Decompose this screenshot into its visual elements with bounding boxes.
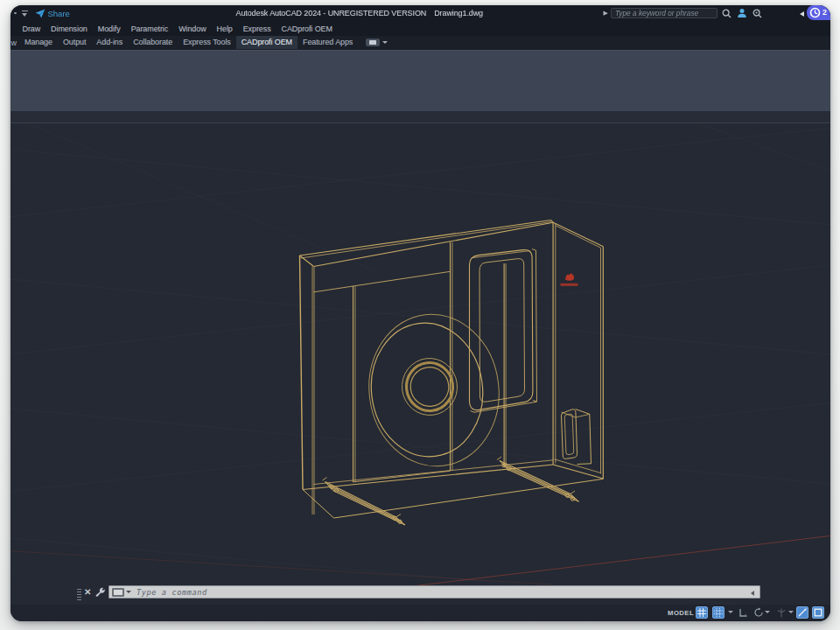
search-collapse-icon[interactable]: ▶ — [604, 10, 608, 17]
search-area: ▶ Type a keyword or phrase — [604, 8, 718, 18]
model-space-label[interactable]: MODEL — [668, 609, 694, 617]
pencil-line-icon — [798, 608, 807, 617]
ribbon-tab-collaborate[interactable]: Collaborate — [128, 36, 178, 49]
help-search-icon[interactable] — [752, 8, 763, 19]
ribbon-tab-add-ins[interactable]: Add-ins — [91, 36, 128, 49]
app-title: Autodesk AutoCAD 2024 - UNREGISTERED VER… — [236, 9, 427, 18]
recording-timer-badge[interactable]: 2 — [807, 5, 830, 20]
ribbon-tab-express-tools[interactable]: Express Tools — [178, 36, 236, 49]
ribbon-panel-area — [10, 50, 830, 111]
document-name: Drawing1.dwg — [434, 9, 483, 18]
polar-tracking-icon[interactable] — [752, 606, 765, 619]
isodraft-icon[interactable] — [775, 606, 788, 619]
ribbon-tab-clipped[interactable]: w — [10, 38, 20, 47]
square-icon — [814, 608, 822, 617]
ribbon-tab-row: w ManageOutputAdd-insCollaborateExpress … — [10, 36, 830, 51]
isodraft-caret-icon[interactable] — [788, 611, 794, 613]
menu-item-parametric[interactable]: Parametric — [126, 24, 174, 33]
search-placeholder: Type a keyword or phrase — [615, 9, 698, 18]
object-snap-button[interactable] — [796, 606, 808, 619]
menu-item-window[interactable]: Window — [173, 24, 211, 33]
clock-icon — [809, 7, 821, 18]
share-paper-plane-icon — [35, 9, 46, 18]
command-recent-caret-icon[interactable] — [126, 591, 131, 593]
command-prompt-icon — [112, 588, 124, 597]
autocad-window: Share Autodesk AutoCAD 2024 - UNREGISTER… — [10, 5, 830, 622]
snap-grid-icon — [714, 608, 723, 617]
command-placeholder: Type a command — [136, 588, 207, 597]
menu-item-draw[interactable]: Draw — [18, 24, 46, 33]
ortho-mode-icon[interactable] — [738, 606, 750, 619]
ribbon-tab-featured-apps[interactable]: Featured Apps — [298, 36, 358, 49]
qat-customize-icon[interactable] — [21, 10, 29, 18]
menu-bar: DrawDimensionModifyParametricWindowHelpE… — [10, 22, 830, 36]
status-bar: MODEL — [10, 605, 830, 621]
ribbon-overflow-button[interactable] — [366, 38, 388, 46]
ribbon-tab-cadprofi-oem[interactable]: CADprofi OEM — [236, 36, 298, 49]
menu-item-modify[interactable]: Modify — [93, 24, 126, 33]
document-tab-strip — [10, 111, 830, 123]
qat-separator-dot — [14, 12, 17, 14]
menu-item-help[interactable]: Help — [212, 24, 238, 33]
desktop-background: Share Autodesk AutoCAD 2024 - UNREGISTER… — [0, 0, 840, 630]
polar-caret-icon[interactable] — [765, 611, 770, 613]
grid-icon — [697, 608, 706, 617]
share-button[interactable]: Share — [35, 7, 70, 20]
timer-value: 2 — [822, 8, 827, 17]
ribbon-tab-output[interactable]: Output — [58, 36, 91, 49]
ribbon-overflow-icon — [366, 38, 380, 46]
share-label: Share — [48, 9, 70, 18]
command-expand-icon[interactable] — [751, 591, 754, 596]
ribbon-tab-manage[interactable]: Manage — [19, 36, 58, 49]
title-bar: Share Autodesk AutoCAD 2024 - UNREGISTER… — [10, 5, 830, 22]
command-grip-icon[interactable] — [77, 589, 81, 600]
snap-options-caret-icon[interactable] — [728, 611, 733, 613]
titlebar-collapse-icon[interactable] — [800, 11, 804, 17]
search-icon[interactable] — [721, 8, 732, 19]
snap-mode-button[interactable] — [712, 606, 724, 619]
selection-cycling-button[interactable] — [812, 606, 824, 619]
ribbon-overflow-caret-icon — [382, 41, 388, 44]
drawing-canvas[interactable]: ✕ Type a command — [10, 123, 830, 605]
menu-item-express[interactable]: Express — [238, 24, 276, 33]
command-input[interactable]: Type a command — [108, 585, 760, 598]
grid-display-button[interactable] — [696, 606, 708, 619]
command-close-icon[interactable]: ✕ — [84, 587, 91, 597]
wireframe-drawing — [10, 123, 830, 605]
menu-item-dimension[interactable]: Dimension — [46, 24, 93, 33]
sign-in-icon[interactable] — [737, 8, 748, 19]
search-input[interactable]: Type a keyword or phrase — [611, 8, 718, 18]
menu-item-cadprofi-oem[interactable]: CADprofi OEM — [276, 24, 338, 33]
command-line-row: ✕ Type a command — [10, 584, 830, 602]
window-title: Autodesk AutoCAD 2024 - UNREGISTERED VER… — [236, 5, 484, 22]
